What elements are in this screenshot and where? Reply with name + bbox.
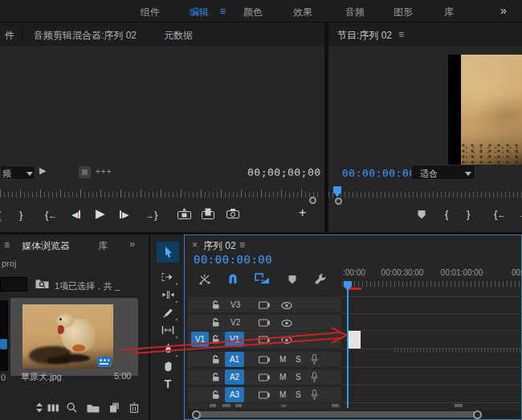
track-v3-name[interactable]: V3	[230, 300, 240, 309]
workspace-audio[interactable]: 音频	[345, 6, 365, 19]
program-panel-menu-icon[interactable]: ≡	[398, 29, 404, 40]
track-a3-solo-button[interactable]: S	[296, 390, 301, 399]
timeline-tab-label[interactable]: 序列 02	[203, 239, 236, 253]
media-browser-panel-menu-icon[interactable]: ≡	[4, 239, 10, 251]
new-bin-folder-icon[interactable]	[87, 403, 100, 413]
tab-audio-clip-mixer[interactable]: 音频剪辑混合器:序列 02	[34, 29, 137, 43]
hand-tool[interactable]	[157, 358, 179, 374]
play-button[interactable]: ▶	[96, 206, 105, 221]
razor-tool[interactable]	[157, 304, 179, 320]
program-goto-clipped-button[interactable]: →	[519, 208, 522, 220]
track-a1-lock-icon[interactable]	[212, 355, 220, 364]
workspace-overflow-icon[interactable]: »	[500, 4, 507, 17]
step-back-button[interactable]: ◀	[71, 210, 80, 220]
timeline-scrollbar-right-handle[interactable]	[473, 410, 482, 419]
tab-program-monitor[interactable]: 节目:序列 02	[337, 29, 392, 43]
track-a1-target-badge[interactable]: A1	[225, 352, 244, 367]
track-a3-output-icon[interactable]	[259, 391, 270, 399]
track-a2-mic-icon[interactable]	[311, 372, 318, 382]
snap-magnet-icon[interactable]	[227, 273, 239, 284]
track-v3-output-icon[interactable]	[259, 301, 270, 309]
comparison-view-icon[interactable]: +++	[96, 167, 112, 176]
sort-icon[interactable]	[35, 402, 43, 413]
timeline-scrollbar-left-handle[interactable]	[192, 410, 201, 419]
source-timecode[interactable]: 00;00;00;00	[247, 166, 321, 178]
mark-in-button[interactable]: {	[0, 209, 1, 221]
timeline-panel-menu-icon[interactable]: ≡	[239, 239, 245, 251]
track-a2-output-icon[interactable]	[259, 373, 270, 381]
timeline-settings-wrench-icon[interactable]	[315, 273, 327, 285]
workspace-color[interactable]: 颜色	[243, 6, 263, 19]
icon-view-icon[interactable]	[47, 404, 59, 412]
program-mark-out-button[interactable]: }	[467, 208, 470, 220]
track-v1-eye-icon[interactable]	[281, 336, 292, 344]
tab-clipped-effect-controls[interactable]: 件	[5, 29, 14, 43]
tab-libraries[interactable]: 库	[98, 239, 108, 253]
zoom-search-icon[interactable]	[67, 402, 77, 413]
track-v3-lock-icon[interactable]	[212, 300, 220, 309]
track-a2-solo-button[interactable]: S	[296, 373, 301, 381]
workspace-effects[interactable]: 效果	[293, 6, 312, 19]
track-a3-lock-icon[interactable]	[212, 390, 220, 399]
timeline-clip-v1[interactable]	[349, 331, 361, 349]
media-search-input[interactable]	[0, 277, 27, 292]
track-v2-eye-icon[interactable]	[281, 320, 292, 327]
pen-tool[interactable]	[157, 340, 179, 357]
extract-button[interactable]	[202, 208, 214, 219]
program-timecode[interactable]: 00:00:00:00	[342, 167, 416, 179]
source-zoom-dropdown[interactable]: 频	[0, 165, 35, 180]
ripple-edit-tool[interactable]	[157, 287, 179, 303]
tab-media-browser[interactable]: 媒体浏览器	[22, 239, 70, 253]
nest-insert-toggle-icon[interactable]	[198, 274, 211, 285]
track-v1-lock-icon[interactable]	[212, 335, 220, 344]
track-a1-output-icon[interactable]	[259, 356, 270, 364]
timeline-playhead-line[interactable]	[347, 288, 349, 408]
goto-in-button[interactable]: {←	[45, 209, 57, 221]
lift-button[interactable]	[177, 208, 192, 219]
media-browser-overflow-icon[interactable]: »	[129, 238, 135, 250]
timeline-scrollbar-thumb[interactable]	[198, 411, 477, 418]
track-v2-lock-icon[interactable]	[212, 318, 220, 327]
track-select-forward-tool[interactable]	[157, 269, 179, 285]
track-v1-output-icon[interactable]	[259, 336, 270, 344]
track-v3-eye-icon[interactable]	[281, 302, 292, 309]
add-marker-button[interactable]	[417, 210, 426, 219]
export-frame-button[interactable]	[226, 209, 239, 218]
trash-icon[interactable]	[129, 402, 139, 413]
media-item-partial[interactable]	[0, 300, 8, 371]
track-a3-mic-icon[interactable]	[311, 389, 318, 400]
program-time-ruler[interactable]	[328, 192, 522, 198]
workspace-graphics[interactable]: 图形	[394, 6, 413, 19]
track-a3-mute-button[interactable]: M	[279, 390, 286, 399]
track-a1-mute-button[interactable]: M	[279, 355, 286, 364]
source-play-indicator-icon[interactable]: ▶	[39, 165, 46, 176]
mark-out-button[interactable]: }	[19, 209, 22, 221]
button-editor-add-icon[interactable]: +	[299, 206, 306, 220]
track-a2-mute-button[interactable]: M	[279, 373, 286, 381]
workspace-edit[interactable]: 编辑	[190, 6, 209, 19]
program-fit-dropdown[interactable]: 适合	[411, 165, 475, 180]
track-a3-target-badge[interactable]: A3	[225, 387, 244, 402]
workspace-edit-menu-icon[interactable]: ≡	[220, 6, 226, 17]
linked-selection-icon[interactable]	[255, 273, 270, 284]
timeline-time-ruler[interactable]	[342, 281, 522, 287]
tab-metadata[interactable]: 元数据	[164, 29, 193, 43]
track-a1-solo-button[interactable]: S	[296, 355, 301, 364]
track-v1-source-patch[interactable]: V1	[191, 332, 209, 347]
goto-out-button[interactable]: →}	[145, 209, 157, 221]
program-goto-in-button[interactable]: {←	[494, 208, 506, 220]
timeline-marker-icon[interactable]	[288, 275, 297, 284]
new-item-icon[interactable]	[109, 402, 120, 413]
selection-tool[interactable]	[157, 242, 179, 263]
program-mark-in-button[interactable]: {	[445, 208, 448, 220]
slip-tool[interactable]	[157, 322, 179, 338]
track-a2-target-badge[interactable]: A2	[225, 369, 244, 385]
workspace-components[interactable]: 组件	[141, 6, 160, 19]
search-in-folder-icon[interactable]	[35, 277, 49, 289]
source-settings-icon[interactable]	[79, 166, 91, 178]
track-a2-lock-icon[interactable]	[212, 373, 220, 381]
source-scrubber-handle[interactable]	[309, 197, 316, 204]
type-tool[interactable]: T	[157, 376, 179, 392]
media-item-name[interactable]: 草原犬.jpg	[21, 371, 62, 383]
timeline-timecode[interactable]: 00:00:00:00	[194, 253, 272, 266]
